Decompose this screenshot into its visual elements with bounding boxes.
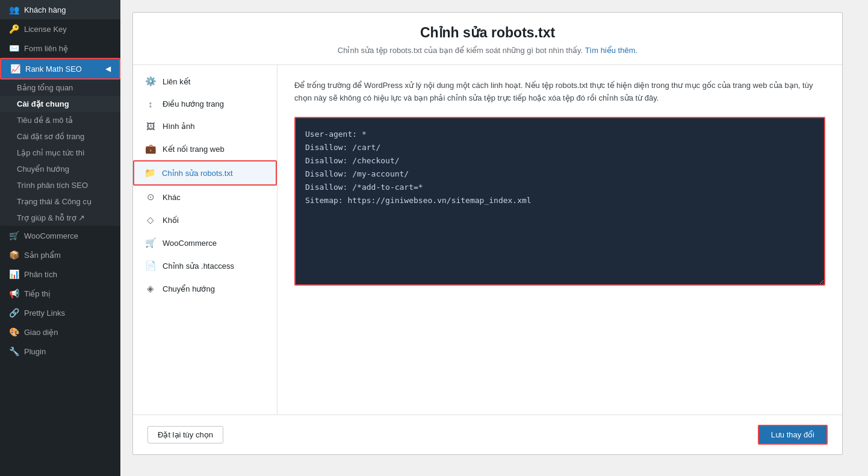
sidebar: 👥 Khách hàng 🔑 License Key ✉️ Form liên … [0,0,120,476]
content-area: Để trống trường để WordPress xử lý nội d… [277,65,842,415]
main-content: Chỉnh sửa robots.txt Chỉnh sửa tệp robot… [120,0,868,476]
subnav-khoi[interactable]: ◇ Khối [133,208,277,231]
sidebar-item-phan-tich[interactable]: 📊 Phân tích [0,265,120,284]
rank-math-submenu: Bảng tổng quan Cài đặt chung Tiêu đề & m… [0,80,120,226]
plugin-icon: 🔧 [8,346,19,356]
submenu-cai-dat-so-do[interactable]: Cài đặt sơ đồ trang [0,128,120,145]
submenu-tro-giup[interactable]: Trợ giúp & hỗ trợ ↗ [0,210,120,226]
sidebar-item-khach-hang[interactable]: 👥 Khách hàng [0,0,120,19]
analytics-icon: 📊 [8,269,19,279]
sidebar-item-rank-math-seo[interactable]: 📈 Rank Math SEO ◀ [0,58,120,80]
subnav-lien-ket[interactable]: ⚙️ Liên kết [133,70,277,93]
subnav-hinh-anh[interactable]: 🖼 Hình ảnh [133,115,277,137]
submenu-tieu-de-mo-ta[interactable]: Tiêu đề & mô tả [0,112,120,128]
connect-icon: 💼 [144,143,157,154]
chart-icon: 📈 [10,64,20,74]
submenu-lap-chi-muc[interactable]: Lập chỉ mục tức thì [0,145,120,161]
card-body: ⚙️ Liên kết ↕ Điều hướng trang 🖼 Hình ản… [133,65,842,415]
woo-icon: 🛒 [8,231,19,240]
learn-more-link[interactable]: Tìm hiểu thêm [585,46,636,55]
settings-icon: ⚙️ [144,76,157,87]
subnav-chuyen-huong[interactable]: ◈ Chuyển hướng [133,277,277,300]
sub-navigation: ⚙️ Liên kết ↕ Điều hướng trang 🖼 Hình ản… [133,65,277,415]
subnav-chinh-sua-htaccess[interactable]: 📄 Chỉnh sửa .htaccess [133,254,277,277]
key-icon: 🔑 [8,24,19,34]
redirect-icon: ↕ [144,99,157,109]
other-icon: ⊙ [144,192,157,202]
chevron-icon: ◀ [105,64,111,73]
sidebar-item-plugin[interactable]: 🔧 Plugin [0,342,120,361]
submenu-trinh-phan-tich[interactable]: Trình phân tích SEO [0,177,120,193]
content-description: Để trống trường để WordPress xử lý nội d… [294,80,825,105]
htaccess-icon: 📄 [144,260,157,271]
submenu-bang-tong-quan[interactable]: Bảng tổng quan [0,80,120,96]
image-icon: 🖼 [144,121,157,131]
sidebar-item-san-pham[interactable]: 📦 Sản phẩm [0,245,120,265]
card-footer: Đặt lại tùy chọn Lưu thay đổi [133,415,842,454]
save-button[interactable]: Lưu thay đổi [758,425,828,445]
reset-button[interactable]: Đặt lại tùy chọn [147,426,223,443]
robots-textarea[interactable]: User-agent: * Disallow: /cart/ Disallow:… [294,117,825,286]
sidebar-item-tiep-thi[interactable]: 📢 Tiếp thị [0,284,120,303]
submenu-cai-dat-chung[interactable]: Cài đặt chung [0,96,120,112]
khach-hang-icon: 👥 [8,5,19,14]
card-header: Chỉnh sửa robots.txt Chỉnh sửa tệp robot… [133,13,842,65]
subnav-chinh-sua-robots[interactable]: 📁 Chỉnh sửa robots.txt [133,160,277,186]
settings-card: Chỉnh sửa robots.txt Chỉnh sửa tệp robot… [132,12,843,455]
theme-icon: 🎨 [8,327,19,337]
robots-folder-icon: 📁 [144,168,156,178]
sidebar-item-giao-dien[interactable]: 🎨 Giao diện [0,322,120,342]
page-title: Chỉnh sửa robots.txt [147,25,828,41]
link-icon: 🔗 [8,308,19,318]
subnav-dieu-huong-trang[interactable]: ↕ Điều hướng trang [133,93,277,115]
sidebar-item-license-key[interactable]: 🔑 License Key [0,19,120,39]
product-icon: 📦 [8,250,19,260]
sidebar-item-pretty-links[interactable]: 🔗 Pretty Links [0,303,120,322]
sidebar-item-woocommerce[interactable]: 🛒 WooCommerce [0,226,120,245]
forward-icon: ◈ [144,283,157,294]
subnav-woocommerce[interactable]: 🛒 WooCommerce [133,231,277,254]
subnav-ket-noi[interactable]: 💼 Kết nối trang web [133,137,277,160]
subnav-khac[interactable]: ⊙ Khác [133,186,277,208]
block-icon: ◇ [144,215,157,225]
submenu-chuyen-huong[interactable]: Chuyển hướng [0,161,120,177]
cart-icon: 🛒 [144,237,157,248]
page-subtitle: Chỉnh sửa tệp robots.txt của bạn để kiểm… [147,46,828,55]
mail-icon: ✉️ [8,43,19,53]
marketing-icon: 📢 [8,289,19,298]
submenu-trang-thai[interactable]: Trạng thái & Công cụ [0,193,120,210]
sidebar-item-form-lien-he[interactable]: ✉️ Form liên hệ [0,39,120,58]
